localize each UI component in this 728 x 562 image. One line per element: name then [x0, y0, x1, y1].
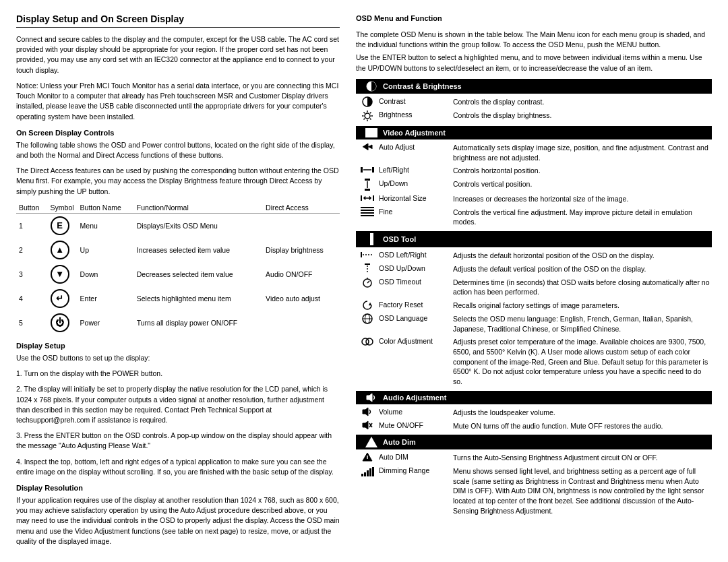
btn-name: Down	[78, 262, 134, 286]
osd-group-label-auto-dim: Auto Dim	[383, 438, 416, 446]
osd-group-header-audio: Audio Adjustment	[356, 391, 712, 404]
table-row: 5 ⏻ Power Turns all display power ON/OFF	[16, 311, 340, 335]
display-setup-p4: 4. Inspect the top, bottom, left and rig…	[16, 457, 340, 477]
svg-rect-15	[365, 189, 370, 191]
table-row: 1 E Menu Displays/Exits OSD Menu	[16, 213, 340, 238]
btn-name: Menu	[78, 213, 134, 238]
volume-desc: Adjusts the loudspeaker volume.	[453, 407, 712, 418]
osd-ud-label: OSD Up/Down	[379, 263, 453, 272]
svg-rect-22	[365, 263, 370, 265]
svg-line-10	[364, 119, 365, 120]
btn-function: Increases selected item value	[134, 238, 263, 262]
osd-item-fine: Fine Controls the vertical fine adjustme…	[356, 206, 712, 228]
btn-num: 1	[16, 213, 48, 238]
fine-desc: Controls the vertical fine adjustment. M…	[453, 207, 712, 227]
osd-lr-label: OSD Left/Right	[379, 250, 453, 259]
hsize-icon	[356, 193, 379, 203]
display-setup-heading: Display Setup	[16, 342, 340, 350]
col-symbol: Symbol	[48, 202, 78, 214]
mute-desc: Mute ON turns off the audio function. Mu…	[453, 420, 712, 431]
col-function: Function/Normal	[134, 202, 263, 214]
osd-item-osd-lr: OSD Left/Right Adjusts the default horiz…	[356, 249, 712, 262]
osd-controls-note: The Direct Access features can be used b…	[16, 166, 340, 197]
osd-item-updown: Up/Down Controls vertical position.	[356, 177, 712, 192]
symbol-enter-icon: ↵	[51, 289, 69, 308]
display-setup-p1: 1. Turn on the display with the POWER bu…	[16, 369, 340, 379]
table-row: 2 ▲ Up Increases selected item value Dis…	[16, 238, 340, 262]
svg-rect-14	[365, 179, 370, 181]
display-resolution-heading: Display Resolution	[16, 484, 340, 492]
osd-item-hsize: Horizontal Size Increases or decreases t…	[356, 192, 712, 206]
osd-item-volume: Volume Adjusts the loudspeaker volume.	[356, 406, 712, 419]
osd-group-header-osd-tool: OSD Tool	[356, 231, 712, 247]
audio-header-icon	[360, 393, 383, 402]
color-adj-icon	[356, 336, 379, 347]
osd-timeout-icon	[356, 277, 379, 288]
osd-item-dimming-range: Dimming Range Menu shows sensed light le…	[356, 464, 712, 517]
mute-icon	[356, 420, 379, 430]
volume-label: Volume	[379, 407, 453, 416]
svg-marker-34	[363, 421, 368, 429]
display-setup-p3: 3. Press the ENTER button on the OSD con…	[16, 431, 340, 451]
leftright-desc: Controls horizontal position.	[453, 165, 712, 176]
factory-reset-desc: Recalls original factory settings of ima…	[453, 300, 712, 311]
btn-name: Power	[78, 311, 134, 335]
osd-group-osd-tool: OSD Tool OSD Left/Right Adjusts the defa…	[356, 231, 712, 388]
fine-icon	[356, 207, 379, 216]
btn-function: Displays/Exits OSD Menu	[134, 213, 263, 238]
osd-item-osd-language: OSD Language Selects the OSD menu langua…	[356, 312, 712, 335]
leftright-label: Left/Right	[379, 165, 453, 174]
auto-adjust-desc: Automatically sets display image size, p…	[453, 142, 712, 162]
btn-direct: Video auto adjust	[263, 286, 340, 311]
osd-controls-heading: On Screen Display Controls	[16, 129, 340, 137]
svg-point-31	[366, 338, 373, 345]
btn-direct	[263, 311, 340, 335]
osd-ud-desc: Adjusts the default vertical position of…	[453, 263, 712, 274]
btn-direct	[263, 213, 340, 238]
svg-line-26	[367, 281, 369, 283]
osd-language-icon	[356, 313, 379, 324]
btn-num: 5	[16, 311, 48, 335]
brightness-label: Brightness	[379, 110, 453, 119]
svg-line-8	[370, 119, 371, 120]
svg-rect-20	[361, 252, 362, 257]
osd-timeout-desc: Determines time (in seconds) that OSD wa…	[453, 277, 712, 297]
updown-desc: Controls vertical position.	[453, 179, 712, 189]
osd-group-label-osd-tool: OSD Tool	[383, 235, 416, 243]
auto-dim-desc: Turns the Auto-Sensing Brightness Adjust…	[453, 452, 712, 463]
table-row: 3 ▼ Down Decreases selected item value A…	[16, 262, 340, 286]
osd-group-header-contrast: Contrast & Brightness	[356, 79, 712, 94]
btn-symbol: ▼	[48, 262, 78, 286]
btn-num: 2	[16, 238, 48, 262]
osd-item-auto-dim: Auto DIM Turns the Auto-Sensing Brightne…	[356, 451, 712, 464]
fine-label: Fine	[379, 207, 453, 216]
display-setup-p2: 2. The display will initially be set to …	[16, 384, 340, 425]
btn-symbol: E	[48, 213, 78, 238]
osd-ud-icon	[356, 263, 379, 274]
btn-num: 4	[16, 286, 48, 311]
contrast-icon	[356, 96, 379, 107]
osd-controls-intro: The following table shows the OSD and Po…	[16, 140, 340, 160]
osd-item-factory-reset: Factory Reset Recalls original factory s…	[356, 299, 712, 312]
svg-rect-18	[373, 195, 374, 201]
btn-function: Selects highlighted menu item	[134, 286, 263, 311]
symbol-down-icon: ▼	[51, 265, 69, 284]
factory-reset-icon	[356, 300, 379, 311]
osd-item-osd-ud: OSD Up/Down Adjusts the default vertical…	[356, 262, 712, 276]
color-adj-label: Color Adjustment	[379, 336, 453, 345]
brightness-desc: Controls the display brightness.	[453, 110, 712, 121]
osd-language-label: OSD Language	[379, 313, 453, 322]
btn-num: 3	[16, 262, 48, 286]
bars-icon	[361, 466, 374, 476]
osd-group-contrast-brightness: Contrast & Brightness Contrast Controls …	[356, 79, 712, 123]
svg-line-9	[370, 112, 371, 113]
col-name: Button Name	[78, 202, 134, 214]
osd-lr-icon	[356, 250, 379, 259]
auto-adjust-label: Auto Adjust	[379, 142, 453, 151]
page-title: Display Setup and On Screen Display	[16, 13, 340, 28]
contrast-label: Contrast	[379, 96, 453, 105]
factory-reset-label: Factory Reset	[379, 300, 453, 309]
auto-dim-header-icon	[360, 437, 383, 447]
dimming-range-desc: Menu shows sensed light level, and brigh…	[453, 466, 712, 516]
left-column: Display Setup and On Screen Display Conn…	[16, 13, 340, 552]
